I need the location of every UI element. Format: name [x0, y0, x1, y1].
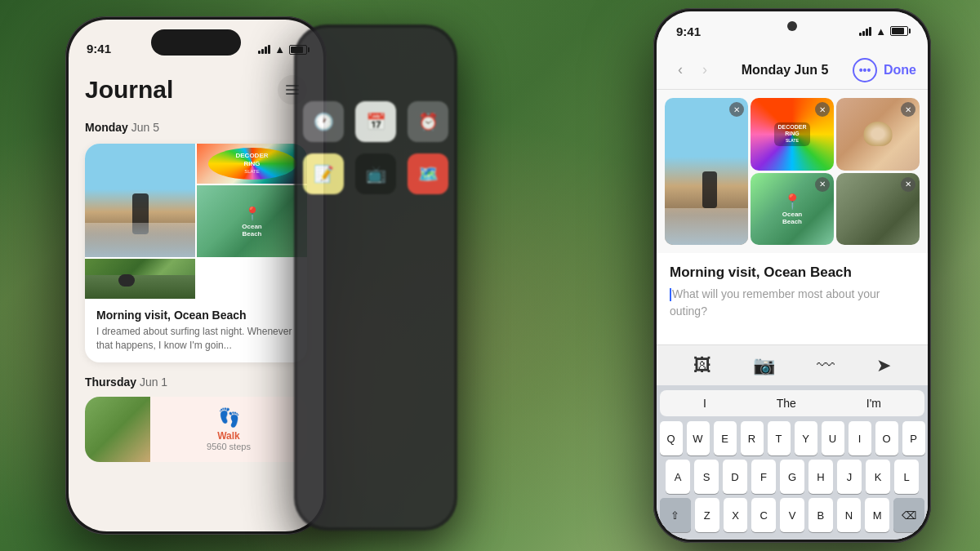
key-j[interactable]: J	[837, 460, 862, 494]
send-button[interactable]: ➤	[876, 355, 891, 376]
nav-back-button[interactable]: ‹	[668, 58, 693, 82]
journal-header: Journal	[85, 75, 307, 104]
close-photo-map[interactable]: ✕	[815, 177, 830, 192]
cliff-background	[85, 275, 195, 299]
key-v[interactable]: V	[780, 498, 804, 532]
app-icon-clock: 🕐	[303, 101, 344, 142]
key-m[interactable]: M	[865, 498, 889, 532]
signal-bar-r1	[859, 33, 862, 36]
key-c[interactable]: C	[751, 498, 776, 532]
battery-fill-left	[291, 47, 303, 53]
key-shift[interactable]: ⇧	[660, 498, 691, 532]
entry-title-1: Morning visit, Ocean Beach	[96, 309, 296, 322]
key-k[interactable]: K	[866, 460, 890, 494]
key-r[interactable]: R	[741, 421, 764, 455]
edit-beach-waves	[665, 208, 748, 245]
key-n[interactable]: N	[837, 498, 862, 532]
signal-bar-3	[265, 47, 267, 54]
camera-button[interactable]: 📷	[753, 355, 775, 376]
edit-photo-ocean-beach: 📍 OceanBeach ✕	[751, 173, 834, 246]
nav-forward-button[interactable]: ›	[693, 58, 717, 82]
app-icon-reminders: ⏰	[408, 101, 448, 142]
close-photo-main[interactable]: ✕	[729, 102, 744, 117]
photo-ocean-beach-map: 📍 OceanBeach	[197, 185, 307, 257]
walk-label: Walk	[217, 430, 240, 442]
key-u[interactable]: U	[822, 421, 844, 455]
nav-bar-right: ‹ › Monday Jun 5 ••• Done	[657, 51, 928, 90]
section-date-2: Thursday Jun 1	[85, 375, 307, 389]
photo-decoder-ring: DECODERRINGSLATE	[197, 144, 307, 184]
key-t[interactable]: T	[768, 421, 791, 455]
keyboard: I The I'm Q W E R T Y U I O P	[657, 385, 928, 540]
suggestion-im[interactable]: I'm	[866, 397, 881, 410]
middle-phone-inner: 🕐 📅 ⏰ 📝 📺 🗺️	[297, 28, 454, 527]
key-b[interactable]: B	[808, 498, 833, 532]
mini-photo-hills	[85, 397, 150, 462]
dynamic-island-left	[151, 29, 241, 56]
edit-ocean-beach-text: OceanBeach	[782, 211, 802, 225]
signal-bars-right	[859, 27, 871, 36]
key-o[interactable]: O	[875, 421, 898, 455]
nav-done-button[interactable]: Done	[884, 63, 916, 78]
key-s[interactable]: S	[694, 460, 719, 494]
ocean-beach-label: 📍 OceanBeach	[242, 206, 261, 238]
edit-map-pin: 📍	[783, 193, 801, 211]
journal-entry-card-2[interactable]: 👣 Walk 9560 steps	[85, 397, 307, 462]
close-photo-car[interactable]: ✕	[901, 177, 915, 192]
decoder-ring-text: DECODERRINGSLATE	[235, 152, 268, 176]
signal-bar-2	[261, 49, 264, 54]
audio-button[interactable]: 〰	[817, 355, 835, 376]
battery-icon-right	[890, 26, 908, 36]
key-p[interactable]: P	[902, 421, 925, 455]
walk-icon: 👣	[218, 407, 240, 429]
shell-shape	[864, 122, 893, 146]
key-delete[interactable]: ⌫	[893, 498, 924, 532]
key-z[interactable]: Z	[695, 498, 719, 532]
photo-dog-cliff	[85, 259, 195, 299]
key-y[interactable]: Y	[795, 421, 817, 455]
close-photo-decoder[interactable]: ✕	[815, 102, 830, 117]
nav-title-right: Monday Jun 5	[717, 63, 853, 78]
signal-bar-4	[268, 45, 270, 54]
right-phone: 9:41 ▲ ‹ › Monday Jun 5 ••• Done	[653, 8, 931, 543]
section-date-2-month: Jun 1	[140, 375, 167, 389]
key-w[interactable]: W	[687, 421, 710, 455]
suggestion-the[interactable]: The	[777, 397, 796, 410]
key-a[interactable]: A	[666, 460, 690, 494]
walk-steps: 9560 steps	[207, 442, 251, 451]
battery-icon-left	[289, 45, 307, 55]
edit-text-section[interactable]: Morning visit, Ocean Beach What will you…	[657, 253, 928, 344]
close-photo-shell[interactable]: ✕	[901, 102, 915, 117]
key-f[interactable]: F	[751, 460, 776, 494]
signal-bar-r3	[866, 29, 868, 36]
key-i[interactable]: I	[849, 421, 871, 455]
key-h[interactable]: H	[808, 460, 833, 494]
wifi-icon-left: ▲	[274, 43, 285, 56]
key-g[interactable]: G	[780, 460, 804, 494]
wifi-icon-right: ▲	[875, 25, 886, 38]
key-x[interactable]: X	[724, 498, 748, 532]
ocean-beach-text: OceanBeach	[242, 223, 261, 238]
section-date-1-month: Jun 5	[131, 121, 159, 134]
beach-waves	[85, 223, 195, 257]
suggestion-i[interactable]: I	[703, 397, 706, 410]
dog-figure	[118, 274, 135, 287]
journal-app-content: Journal Monday Jun 5	[69, 62, 323, 531]
left-phone-inner: 9:41 ▲ Journal	[69, 20, 323, 531]
journal-entry-card-1[interactable]: DECODERRINGSLATE 📍 OceanBeach	[85, 144, 307, 362]
keyboard-row-1: Q W E R T Y U I O P	[660, 421, 924, 455]
edit-entry-prompt: What will you remember most about your o…	[670, 286, 915, 320]
status-time-left: 9:41	[87, 42, 111, 56]
section-date-2-day: Thursday	[85, 375, 136, 389]
section-date-1-day: Monday	[85, 121, 128, 134]
prompt-text: What will you remember most about your o…	[670, 287, 880, 318]
signal-bars-left	[258, 45, 270, 54]
entry-preview-1: I dreamed about surfing last night. When…	[96, 325, 296, 353]
journal-title: Journal	[85, 76, 173, 104]
photo-library-button[interactable]: 🖼	[693, 355, 711, 376]
key-q[interactable]: Q	[660, 421, 683, 455]
key-d[interactable]: D	[723, 460, 747, 494]
nav-more-button[interactable]: •••	[853, 58, 877, 82]
key-e[interactable]: E	[714, 421, 737, 455]
key-l[interactable]: L	[894, 460, 919, 494]
